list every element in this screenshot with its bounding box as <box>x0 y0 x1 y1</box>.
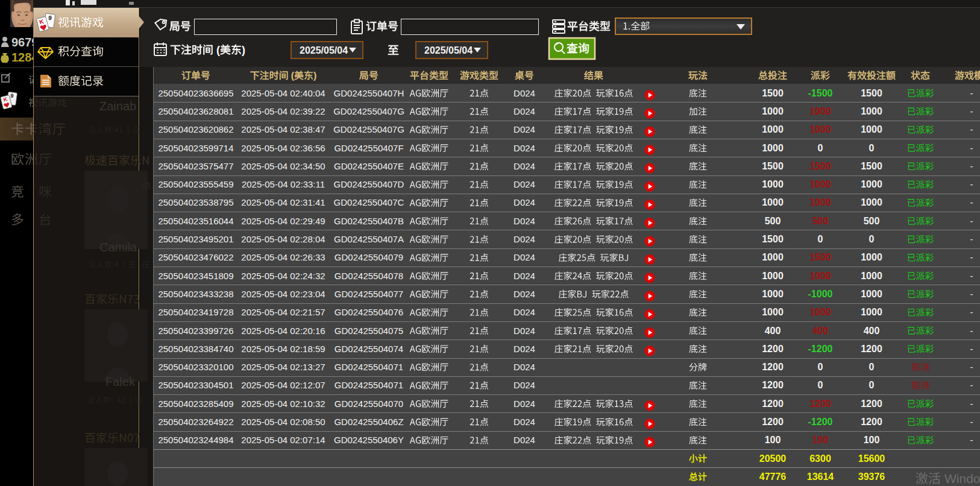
svg-text:-: - <box>970 124 973 134</box>
svg-text:100: 100 <box>765 435 781 445</box>
svg-text:2025-05-04 02:10:32: 2025-05-04 02:10:32 <box>241 399 325 409</box>
svg-text:GD0242550407G: GD0242550407G <box>333 106 404 116</box>
svg-text:0: 0 <box>869 234 875 244</box>
svg-text:GD02425504075: GD02425504075 <box>335 326 403 336</box>
svg-text:1000: 1000 <box>861 289 882 299</box>
svg-text:-: - <box>970 362 973 372</box>
svg-text:D024: D024 <box>514 234 535 244</box>
svg-text:-1500: -1500 <box>808 88 833 98</box>
svg-text:1000: 1000 <box>762 143 784 153</box>
svg-text:1000: 1000 <box>809 307 831 317</box>
svg-text:GD02425504070: GD02425504070 <box>335 399 403 409</box>
svg-text:Zainab: Zainab <box>99 99 136 113</box>
svg-text:2025/05/04: 2025/05/04 <box>300 45 348 55</box>
svg-text:-: - <box>970 161 973 171</box>
svg-text:2025-05-04 02:31:41: 2025-05-04 02:31:41 <box>241 197 325 207</box>
svg-text:1000: 1000 <box>762 106 784 116</box>
svg-text:250504023599714: 250504023599714 <box>158 143 233 153</box>
svg-text:2025-05-04 02:13:27: 2025-05-04 02:13:27 <box>241 362 325 372</box>
svg-text:1000: 1000 <box>861 252 882 262</box>
svg-text:D024: D024 <box>514 179 535 189</box>
svg-text:1200: 1200 <box>861 344 882 354</box>
svg-text:250504023320100: 250504023320100 <box>158 362 233 372</box>
svg-text:D024: D024 <box>514 307 535 317</box>
svg-text:500: 500 <box>765 216 781 226</box>
svg-text:1200: 1200 <box>762 362 784 372</box>
svg-text:2025-05-04 02:39:22: 2025-05-04 02:39:22 <box>241 106 325 116</box>
svg-text:2025-05-04 02:18:59: 2025-05-04 02:18:59 <box>241 344 325 354</box>
svg-text:D024: D024 <box>514 124 535 134</box>
svg-text:GD02425504071: GD02425504071 <box>335 380 403 390</box>
svg-text:D024: D024 <box>514 88 535 98</box>
svg-text:-: - <box>970 435 973 445</box>
svg-text:100: 100 <box>812 435 829 445</box>
svg-text:(: ( <box>291 71 295 81</box>
svg-text:-: - <box>970 234 973 244</box>
svg-text:250504023399726: 250504023399726 <box>158 326 233 336</box>
svg-text:D024: D024 <box>514 106 535 116</box>
svg-text:250504023285409: 250504023285409 <box>158 399 233 409</box>
svg-text:1500: 1500 <box>762 161 784 171</box>
svg-text:-: - <box>970 88 973 98</box>
svg-text:-: - <box>970 289 973 299</box>
svg-text:100: 100 <box>864 435 880 445</box>
svg-text:1200: 1200 <box>861 399 882 409</box>
svg-text:0: 0 <box>818 362 823 372</box>
svg-text:D024: D024 <box>514 417 535 427</box>
svg-text:(: ( <box>216 44 220 56</box>
svg-text:250504023476022: 250504023476022 <box>158 252 233 262</box>
svg-text:1500: 1500 <box>809 161 831 171</box>
svg-text:2025-05-04 02:38:47: 2025-05-04 02:38:47 <box>241 124 325 134</box>
svg-text:-: - <box>970 106 973 116</box>
svg-text:1200: 1200 <box>762 399 784 409</box>
svg-text:1500: 1500 <box>762 88 784 98</box>
svg-text:2025-05-04 02:23:04: 2025-05-04 02:23:04 <box>241 289 325 299</box>
svg-text:Camila: Camila <box>99 241 137 254</box>
svg-text:D024: D024 <box>514 435 535 445</box>
svg-text:47776: 47776 <box>759 472 787 482</box>
svg-text:GD0242550407G: GD0242550407G <box>333 124 404 134</box>
svg-text:2025-05-04 02:26:33: 2025-05-04 02:26:33 <box>241 252 325 262</box>
svg-text:2025-05-04 02:33:11: 2025-05-04 02:33:11 <box>242 179 325 189</box>
svg-text:D024: D024 <box>514 216 535 226</box>
svg-text:GD02425504074: GD02425504074 <box>335 344 403 354</box>
svg-text:GD0242550407B: GD0242550407B <box>334 216 404 226</box>
svg-text:250504023419728: 250504023419728 <box>158 307 233 317</box>
svg-text:250504023628081: 250504023628081 <box>158 106 233 116</box>
svg-text:GD02425504076: GD02425504076 <box>335 307 403 317</box>
svg-text:2025-05-04 02:08:50: 2025-05-04 02:08:50 <box>241 417 325 427</box>
svg-text:D024: D024 <box>514 326 535 336</box>
svg-text:1500: 1500 <box>861 161 882 171</box>
svg-text:-1200: -1200 <box>808 417 833 427</box>
svg-text:1000: 1000 <box>762 124 784 134</box>
svg-text:1000: 1000 <box>861 179 882 189</box>
svg-text:1000: 1000 <box>762 289 784 299</box>
svg-text:0: 0 <box>818 380 823 390</box>
svg-text:GD0242550406Y: GD0242550406Y <box>334 435 404 445</box>
svg-text:Windo: Windo <box>944 472 980 485</box>
svg-text:500: 500 <box>812 216 829 226</box>
svg-text:D024: D024 <box>514 344 535 354</box>
svg-text:-: - <box>970 326 973 336</box>
svg-text:-: - <box>970 417 973 427</box>
svg-text:D024: D024 <box>514 362 535 372</box>
svg-text:2025/05/04: 2025/05/04 <box>424 45 473 55</box>
svg-text:1000: 1000 <box>861 124 882 134</box>
svg-text:1200: 1200 <box>762 344 784 354</box>
svg-text:GD0242550407F: GD0242550407F <box>334 143 403 153</box>
svg-text:1200: 1200 <box>861 417 882 427</box>
svg-text:1000: 1000 <box>809 106 831 116</box>
svg-text:2025-05-04 02:21:57: 2025-05-04 02:21:57 <box>241 307 325 317</box>
svg-text:-: - <box>970 179 973 189</box>
svg-text:250504023244984: 250504023244984 <box>158 435 233 445</box>
svg-text:1000: 1000 <box>762 271 784 281</box>
svg-text:2025-05-04 02:28:04: 2025-05-04 02:28:04 <box>241 234 325 244</box>
svg-text:13614: 13614 <box>807 472 834 482</box>
svg-text:1284: 1284 <box>11 51 39 64</box>
svg-text:250504023433238: 250504023433238 <box>158 289 233 299</box>
svg-text:*: * <box>7 44 10 50</box>
svg-text:D024: D024 <box>514 380 535 390</box>
svg-text:0: 0 <box>818 234 823 244</box>
svg-text:GD0242550407A: GD0242550407A <box>334 234 404 244</box>
svg-text:250504023555459: 250504023555459 <box>158 179 233 189</box>
